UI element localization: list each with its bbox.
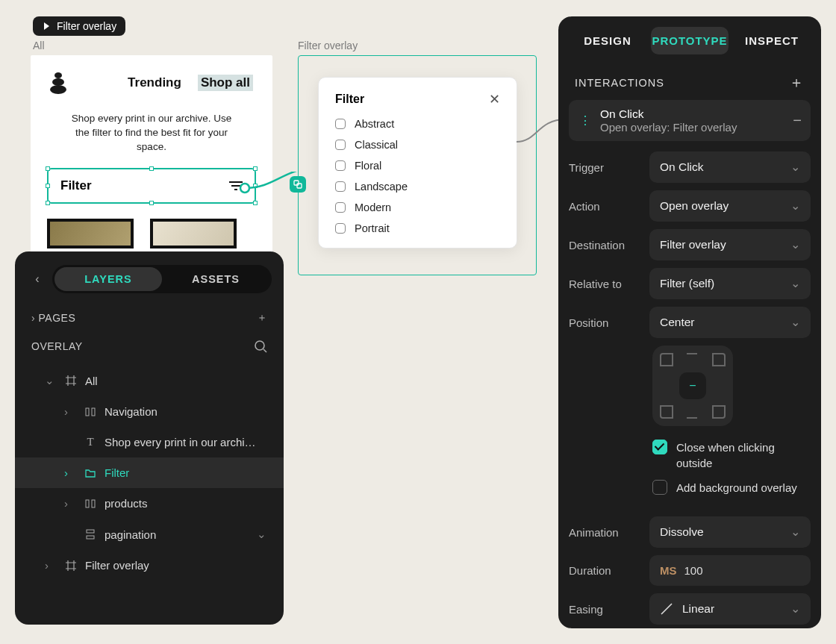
text-icon: T [84,436,97,448]
checkbox[interactable] [335,119,346,129]
close-outside-row[interactable]: Close when clicking outside [569,435,811,475]
play-icon [42,22,51,31]
svg-rect-8 [297,184,302,188]
trigger-label: Trigger [569,161,642,174]
interactions-heading: INTERACTIONS [575,77,664,89]
checkbox-close-outside[interactable] [652,440,667,454]
filter-button-label: Filter [60,178,92,193]
layer-navigation[interactable]: › Navigation [15,396,284,427]
nav-shop-all[interactable]: Shop all [198,75,253,91]
intro-text: Shop every print in our archive. Use the… [31,101,272,168]
artboard-all[interactable]: Trending Shop all Shop every print in ou… [31,55,272,254]
destination-label: Destination [569,239,642,251]
filter-card: Filter ✕ Abstract Classical Floral Lands… [318,77,517,248]
easing-select[interactable]: Linear ⌄ [649,593,811,625]
filter-option[interactable]: Portrait [335,222,500,234]
tab-design[interactable]: DESIGN [569,27,646,54]
svg-rect-11 [86,408,89,416]
interaction-card[interactable]: ⋮ On Click Open overlay: Filter overlay … [569,100,811,141]
filter-icon [229,181,243,191]
relative-select[interactable]: Filter (self)⌄ [649,268,811,299]
autolayout-v-icon [84,529,97,540]
chevron-down-icon[interactable]: ⌄ [45,374,57,387]
linear-easing-icon [660,602,673,616]
add-page-icon[interactable]: ＋ [257,311,268,325]
animation-select[interactable]: Dissolve⌄ [649,516,811,548]
selected-frame-chip[interactable]: Filter overlay [33,16,125,36]
artboard-filter-overlay[interactable]: Filter ✕ Abstract Classical Floral Lands… [298,55,537,275]
checkbox[interactable] [335,181,346,192]
nav-trending[interactable]: Trending [128,75,181,90]
interaction-title: On Click [600,107,785,121]
chevron-down-icon: ⌄ [790,160,800,174]
drag-handle-icon[interactable]: ⋮ [578,113,593,128]
frame-icon [64,560,78,571]
checkbox[interactable] [335,140,346,150]
filter-option[interactable]: Landscape [335,181,500,193]
prototype-panel: DESIGN PROTOTYPE INSPECT INTERACTIONS ＋ … [558,16,821,628]
frame-label-overlay[interactable]: Filter overlay [298,40,358,51]
checkbox[interactable] [335,202,346,213]
autolayout-h-icon [84,498,97,509]
duration-label: Duration [569,564,642,577]
product-thumb [150,219,237,248]
layer-products[interactable]: › products [15,488,284,519]
chevron-down-icon: ⌄ [790,602,800,616]
folder-icon [84,469,97,478]
tab-prototype[interactable]: PROTOTYPE [651,27,729,54]
chevron-right-icon[interactable]: › [45,559,57,572]
chevron-right-icon[interactable]: › [64,405,76,418]
add-interaction-icon[interactable]: ＋ [789,72,805,93]
svg-rect-16 [87,536,94,539]
collapse-icon[interactable]: − [793,112,802,129]
checkbox-bg-overlay[interactable] [652,480,667,495]
checkbox[interactable] [335,223,346,234]
tab-inspect[interactable]: INSPECT [733,27,811,54]
layer-text[interactable]: T Shop every print in our archi… [15,427,284,457]
chevron-right-icon[interactable]: › [64,497,76,510]
filter-option[interactable]: Floral [335,160,500,172]
product-thumb [47,219,134,248]
frame-icon [64,375,78,386]
layer-pagination[interactable]: pagination ⌄ [15,519,284,550]
filter-options: Abstract Classical Floral Landscape Mode… [335,118,500,234]
chevron-down-icon: ⌄ [790,525,800,539]
chevron-down-icon: ⌄ [790,199,800,213]
trigger-select[interactable]: On Click⌄ [649,151,811,183]
close-icon[interactable]: ✕ [489,91,500,107]
position-center-icon[interactable]: − [679,372,706,399]
search-icon[interactable] [254,340,267,353]
position-select[interactable]: Center⌄ [649,307,811,338]
tab-layers[interactable]: LAYERS [54,267,162,291]
checkbox[interactable] [335,160,346,171]
noodle-endpoint-icon[interactable] [290,176,306,193]
back-icon[interactable]: ‹ [27,272,48,286]
chevron-down-icon[interactable]: ⌄ [257,528,269,541]
filter-option[interactable]: Classical [335,139,500,151]
layer-filter[interactable]: › Filter [15,457,284,488]
destination-select[interactable]: Filter overlay⌄ [649,229,811,260]
layer-all[interactable]: ⌄ All [15,365,284,396]
svg-rect-13 [86,500,89,507]
position-grid[interactable]: − [652,346,733,426]
svg-rect-14 [92,500,95,507]
filter-option[interactable]: Modern [335,201,500,213]
header: Trending Shop all [31,55,272,101]
interaction-subtitle: Open overlay: Filter overlay [600,121,785,134]
chevron-right-icon[interactable]: › [64,466,76,479]
tab-assets[interactable]: ASSETS [162,267,269,291]
pages-row[interactable]: › PAGES ＋ [15,304,284,332]
filter-card-title: Filter [335,93,364,106]
brand-logo [50,72,66,94]
duration-input[interactable]: MS100 [649,555,811,586]
filter-button[interactable]: Filter [47,168,256,204]
action-select[interactable]: Open overlay⌄ [649,190,811,222]
frame-label-all[interactable]: All [33,40,45,51]
svg-line-10 [263,349,266,352]
overlay-heading-row: OVERLAY [15,332,284,360]
layer-filter-overlay[interactable]: › Filter overlay [15,550,284,581]
bg-overlay-row[interactable]: Add background overlay [569,475,811,500]
filter-option[interactable]: Abstract [335,118,500,130]
chevron-right-icon: › [31,312,35,324]
layer-tree: ⌄ All › Navigation T Shop every print in… [15,360,284,581]
